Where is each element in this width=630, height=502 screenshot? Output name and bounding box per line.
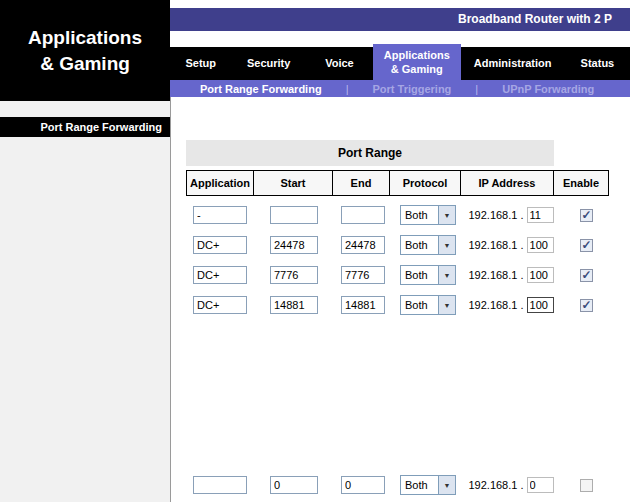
col-end: End	[332, 170, 390, 196]
subnav-upnp-forwarding[interactable]: UPnP Forwarding	[502, 83, 594, 95]
subnav-port-range-forwarding[interactable]: Port Range Forwarding	[200, 83, 322, 95]
protocol-select-last[interactable]: Both ▼	[400, 475, 456, 495]
table-row: Both ▼ 192.168.1 .	[186, 200, 614, 230]
left-column	[0, 101, 170, 502]
table-row: Both ▼ 192.168.1 .	[186, 260, 614, 290]
banner-title: Broadband Router with 2 P	[170, 8, 630, 31]
tab-setup[interactable]: Setup	[170, 47, 231, 80]
tab-administration[interactable]: Administration	[461, 47, 565, 80]
chevron-down-icon: ▼	[438, 476, 455, 494]
protocol-select-0[interactable]: Both ▼	[400, 205, 456, 225]
chevron-down-icon: ▼	[438, 236, 455, 254]
tab-security[interactable]: Security	[231, 47, 306, 80]
protocol-select-1[interactable]: Both ▼	[400, 235, 456, 255]
sub-nav: Port Range Forwarding | Port Triggering …	[170, 80, 630, 97]
application-input-2[interactable]	[193, 266, 247, 284]
ip-last-octet-input-1[interactable]	[527, 237, 554, 253]
enable-checkbox-0[interactable]	[580, 209, 593, 222]
application-input-3[interactable]	[193, 296, 247, 314]
table-rows: Both ▼ 192.168.1 . Both ▼ 192.16	[186, 200, 614, 500]
application-input-1[interactable]	[193, 236, 247, 254]
ip-prefix: 192.168.1 .	[468, 209, 523, 221]
application-input-last[interactable]	[193, 476, 247, 494]
start-port-input-2[interactable]	[270, 266, 318, 284]
end-port-input-3[interactable]	[341, 296, 385, 314]
logo-line-2: & Gaming	[40, 51, 130, 77]
application-input-0[interactable]	[193, 206, 247, 224]
logo-line-1: Applications	[28, 25, 142, 51]
end-port-input-2[interactable]	[341, 266, 385, 284]
end-port-input-0[interactable]	[341, 206, 385, 224]
ip-last-octet-input-2[interactable]	[527, 267, 554, 283]
ip-last-octet-input-3[interactable]	[527, 297, 554, 313]
enable-checkbox-3[interactable]	[580, 299, 593, 312]
section-label: Port Range Forwarding	[0, 117, 170, 137]
tab-voice[interactable]: Voice	[306, 47, 373, 80]
app-logo: Applications & Gaming	[0, 0, 170, 101]
subnav-separator: |	[475, 83, 478, 95]
tab-status[interactable]: Status	[565, 47, 630, 80]
col-start: Start	[253, 170, 333, 196]
subnav-separator: |	[346, 83, 349, 95]
col-enable: Enable	[553, 170, 609, 196]
main-nav: Setup Security Voice Applications & Gami…	[170, 47, 630, 80]
start-port-input-0[interactable]	[270, 206, 318, 224]
col-protocol: Protocol	[389, 170, 461, 196]
start-port-input-1[interactable]	[270, 236, 318, 254]
enable-checkbox-last[interactable]	[580, 479, 593, 492]
end-port-input-1[interactable]	[341, 236, 385, 254]
column-headers: Application Start End Protocol IP Addres…	[186, 170, 614, 196]
col-ip-address: IP Address	[460, 170, 554, 196]
table-row: Both ▼ 192.168.1 .	[186, 230, 614, 260]
col-application: Application	[186, 170, 254, 196]
table-row: Both ▼ 192.168.1 .	[186, 290, 614, 320]
empty-space	[186, 320, 614, 470]
end-port-input-last[interactable]	[341, 476, 385, 494]
enable-checkbox-2[interactable]	[580, 269, 593, 282]
chevron-down-icon: ▼	[438, 296, 455, 314]
ip-prefix: 192.168.1 .	[468, 239, 523, 251]
enable-checkbox-1[interactable]	[580, 239, 593, 252]
start-port-input-3[interactable]	[270, 296, 318, 314]
ip-last-octet-input-last[interactable]	[527, 477, 554, 493]
table-row-empty: Both ▼ 192.168.1 .	[186, 470, 614, 500]
vertical-divider	[170, 97, 171, 502]
chevron-down-icon: ▼	[438, 266, 455, 284]
start-port-input-last[interactable]	[270, 476, 318, 494]
port-range-table: Port Range Application Start End Protoco…	[186, 140, 614, 500]
ip-prefix: 192.168.1 .	[468, 299, 523, 311]
ip-prefix: 192.168.1 .	[468, 479, 523, 491]
ip-last-octet-input-0[interactable]	[527, 207, 554, 223]
chevron-down-icon: ▼	[438, 206, 455, 224]
group-header: Port Range	[186, 140, 554, 166]
ip-prefix: 192.168.1 .	[468, 269, 523, 281]
protocol-select-3[interactable]: Both ▼	[400, 295, 456, 315]
tab-applications-gaming[interactable]: Applications & Gaming	[373, 44, 461, 80]
subnav-port-triggering[interactable]: Port Triggering	[372, 83, 451, 95]
protocol-select-2[interactable]: Both ▼	[400, 265, 456, 285]
